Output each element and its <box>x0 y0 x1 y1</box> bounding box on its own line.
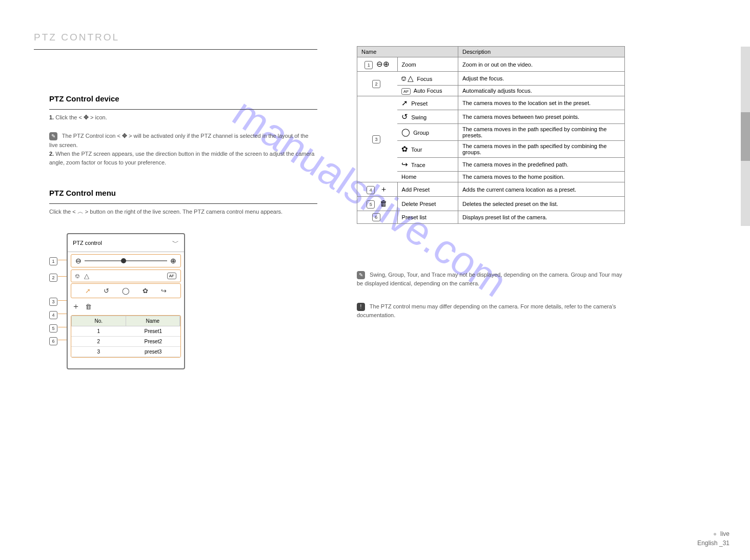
side-tab-active <box>741 112 750 161</box>
ptz-move-icon: ✥ <box>122 131 127 141</box>
th-name: Name <box>357 47 458 57</box>
zoom-out-icon: ⊖ <box>376 59 383 69</box>
page-title: PTZ CONTROL <box>34 32 119 43</box>
zoom-slider[interactable] <box>85 260 167 261</box>
zoom-out-icon[interactable]: ⊖ <box>75 257 82 265</box>
rule <box>49 109 317 110</box>
preset-icon[interactable]: ➚ <box>85 287 91 295</box>
delete-preset-icon[interactable]: 🗑 <box>85 303 92 310</box>
row-zoom-name: Zoom <box>397 57 458 72</box>
col-name: Name <box>126 316 180 326</box>
group-icon: ◯ <box>401 128 410 137</box>
add-preset-icon[interactable]: ＋ <box>72 301 80 312</box>
rule <box>49 203 317 204</box>
swing-icon: ↺ <box>401 112 408 121</box>
list-item[interactable]: 2Preset2 <box>71 337 180 347</box>
delete-icon: 🗑 <box>380 199 388 208</box>
row-preset-name: Preset <box>411 100 428 107</box>
group-icon[interactable]: ◯ <box>122 287 130 295</box>
focus-far-icon[interactable]: △ <box>84 272 89 280</box>
row-list-desc: Displays preset list of the camera. <box>458 211 625 224</box>
focus-near-icon[interactable]: ⎊ <box>75 272 79 280</box>
col-no: No. <box>72 316 126 326</box>
step-panel-text-b: > button on the right of the live screen… <box>85 209 282 215</box>
callout-6: 6 <box>49 336 59 345</box>
focus-far-icon: △ <box>408 74 414 83</box>
row-af-desc: Automatically adjusts focus. <box>458 86 625 96</box>
tour-icon: ✿ <box>401 144 408 154</box>
row-tour-name: Tour <box>411 147 422 153</box>
row-group-desc: The camera moves in the path specified b… <box>458 124 625 141</box>
tour-icon[interactable]: ✿ <box>143 287 148 295</box>
row-del-desc: Deletes the selected preset on the list. <box>458 197 625 211</box>
note-text: Swing, Group, Tour, and Trace may not be… <box>357 272 622 286</box>
ptz-move-icon: ✥ <box>84 113 89 122</box>
row-af-name: Auto Focus <box>414 88 442 94</box>
autofocus-icon: AF <box>401 88 411 95</box>
rule <box>34 49 317 50</box>
note-icon: ✎ <box>357 271 365 279</box>
row-add-desc: Adds the current camera location as a pr… <box>458 182 625 197</box>
heading-control-device: PTZ Control device <box>49 94 119 103</box>
page-number: English _31 <box>697 540 729 547</box>
row-focus-name: Focus <box>417 76 432 82</box>
chevron-up-icon: ︿ <box>77 207 84 217</box>
row-list-name: Preset list <box>397 211 458 224</box>
step1-text: Click the < <box>55 114 82 120</box>
preset-icon: ➚ <box>401 98 408 108</box>
row-trace-desc: The camera moves in the predefined path. <box>458 158 625 172</box>
trace-icon: ↪ <box>401 160 408 169</box>
swing-icon[interactable]: ↺ <box>104 287 109 295</box>
row-swing-desc: The camera moves between two preset poin… <box>458 110 625 124</box>
warning-icon: ! <box>357 303 365 311</box>
note-icon: ✎ <box>49 132 57 140</box>
list-item[interactable]: 1Preset1 <box>71 326 180 337</box>
callout-2: 2 <box>49 272 59 282</box>
trace-icon[interactable]: ↪ <box>161 287 167 295</box>
heading-control-menu: PTZ Control menu <box>49 189 116 197</box>
zoom-in-icon[interactable]: ⊕ <box>170 257 176 265</box>
ptz-control-panel: PTZ control ﹀ ⊖ ⊕ ⎊ △ AF ➚ ↺ ◯ ✿ ↪ ＋ 🗑 <box>67 233 185 369</box>
section-label: ● live <box>713 530 729 537</box>
callout-1: 1 <box>49 256 59 265</box>
callout-5: 5 <box>49 323 59 333</box>
preset-list: No. Name 1Preset1 2Preset2 3preset3 <box>71 315 181 358</box>
list-item[interactable]: 3preset3 <box>71 347 180 357</box>
row-trace-name: Trace <box>411 162 425 168</box>
th-desc: Description <box>458 47 625 57</box>
row-home-desc: The camera moves to the home position. <box>458 172 625 182</box>
row-tour-desc: The camera moves in the path specified b… <box>458 141 625 158</box>
row-preset-desc: The camera moves to the location set in … <box>458 96 625 110</box>
row-focus-desc: Adjust the focus. <box>458 72 625 86</box>
callout-3: 3 <box>49 296 59 306</box>
note1-text: The PTZ Control icon < <box>62 133 120 139</box>
autofocus-icon[interactable]: AF <box>167 273 176 279</box>
warning-text: The PTZ control menu may differ dependin… <box>357 303 616 318</box>
row-swing-name: Swing <box>411 114 427 120</box>
step-panel-text: Click the < <box>49 209 76 215</box>
add-icon: ＋ <box>380 184 388 194</box>
row-home-name: Home <box>401 174 416 180</box>
chevron-down-icon[interactable]: ﹀ <box>172 238 179 247</box>
row-del-name: Delete Preset <box>397 197 458 211</box>
ptz-menu-table: Name Description 1 ⊖⊕ Zoom Zoom in or ou… <box>357 46 625 224</box>
step2-text: When the PTZ screen appears, use the dir… <box>49 151 314 165</box>
zoom-in-icon: ⊕ <box>383 59 390 69</box>
row-add-name: Add Preset <box>397 182 458 197</box>
step1-text-b: > icon. <box>90 114 107 120</box>
ptz-panel-title: PTZ control <box>73 240 102 246</box>
callout-4: 4 <box>49 309 59 319</box>
row-zoom-desc: Zoom in or out on the video. <box>458 57 625 72</box>
row-group-name: Group <box>413 130 429 136</box>
focus-near-icon: ⎊ <box>401 74 406 82</box>
